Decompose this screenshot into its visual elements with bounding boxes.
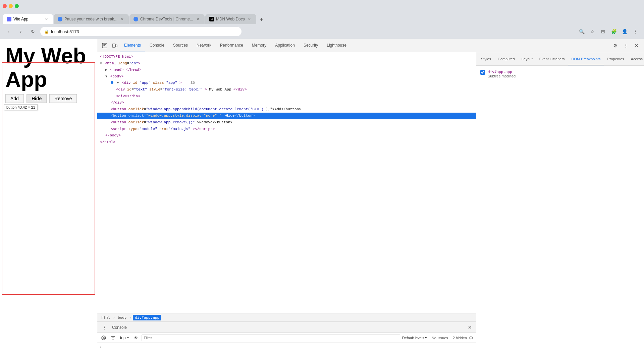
breakpoint-description: Subtree modified [488, 74, 516, 78]
tab-lighthouse[interactable]: Lighthouse [323, 39, 351, 52]
tree-line-div-empty[interactable]: <div></div> [97, 93, 476, 100]
add-button[interactable]: Add [5, 94, 24, 103]
vite-favicon [7, 17, 11, 21]
tree-line-body[interactable]: ▼ <body> [97, 73, 476, 80]
tab-memory[interactable]: Memory [248, 39, 270, 52]
hide-button[interactable]: Hide [26, 94, 47, 103]
tree-line-html[interactable]: ▼ <html lang="en"> [97, 60, 476, 67]
tab-network[interactable]: Network [193, 39, 215, 52]
breadcrumb-div-app[interactable]: div#app.app [133, 315, 161, 320]
reload-button[interactable]: ↻ [28, 27, 38, 36]
console-settings-icon[interactable]: ⚙ [469, 335, 473, 341]
tab-pause-code[interactable]: Pause your code with break... ✕ [54, 14, 129, 24]
title-bar [0, 0, 644, 12]
tab-pause-label: Pause your code with break... [64, 17, 117, 21]
default-levels-dropdown[interactable]: Default levels ▾ [402, 336, 427, 340]
breadcrumb-html[interactable]: html [100, 315, 112, 320]
tab-sources[interactable]: Sources [169, 39, 192, 52]
tab-layout[interactable]: Layout [518, 53, 536, 65]
breakpoint-checkbox[interactable] [480, 70, 485, 75]
inspect-element-icon[interactable] [100, 41, 109, 50]
devtools-content: <!DOCTYPE html> ▼ <html lang="en"> ▶ <he… [97, 52, 644, 362]
no-issues-label: No Issues [429, 336, 451, 340]
remove-button[interactable]: Remove [49, 94, 77, 103]
chrome-favicon-2 [133, 17, 138, 21]
tab-dom-breakpoints[interactable]: DOM Breakpoints [568, 53, 604, 65]
back-button[interactable]: ‹ [4, 27, 13, 36]
tree-line-div-close[interactable]: </div> [97, 100, 476, 106]
devtools-panel: Elements Console Sources Network Perform… [97, 39, 644, 362]
address-input[interactable]: 🔒 localhost:5173 [40, 27, 241, 36]
tab-pause-close[interactable]: ✕ [119, 16, 125, 22]
tree-line-btn-remove[interactable]: <button onclick="window.app.remove();" >… [97, 119, 476, 126]
console-area: ⋮ Console ✕ [97, 322, 476, 362]
console-filter-input[interactable] [142, 335, 400, 341]
devtools-toolbar: Elements Console Sources Network Perform… [97, 39, 644, 52]
maximize-traffic-light[interactable] [15, 4, 19, 8]
tab-security[interactable]: Security [300, 39, 322, 52]
search-icon[interactable]: 🔍 [577, 27, 586, 36]
tab-mdn[interactable]: M MDN Web Docs ✕ [205, 14, 256, 24]
tab-elements[interactable]: Elements [120, 39, 145, 52]
console-eye-icon[interactable]: 👁 [132, 334, 140, 342]
devtools-more-icon[interactable]: ⋮ [621, 41, 631, 50]
breakpoint-dot [111, 81, 113, 84]
webpage-buttons: Add Hide Remove [5, 94, 92, 103]
tab-accessibility[interactable]: Accessibility [628, 53, 644, 65]
tree-line-btn-hide[interactable]: <button onclick="window.app.style.displa… [97, 113, 476, 119]
tab-properties[interactable]: Properties [604, 53, 627, 65]
tab-event-listeners[interactable]: Event Listeners [536, 53, 568, 65]
clear-console-icon[interactable] [100, 334, 107, 342]
tree-line-script[interactable]: <script type="module" src="/main.js" ></… [97, 126, 476, 133]
device-toolbar-icon[interactable] [110, 41, 119, 50]
tree-line-doctype[interactable]: <!DOCTYPE html> [97, 54, 476, 60]
tab-computed[interactable]: Computed [494, 53, 518, 65]
breakpoint-element: div#app.app [488, 70, 516, 74]
browser-window: Vite App ✕ Pause your code with break...… [0, 0, 644, 362]
tree-line-btn-add[interactable]: <button onclick="window.app.appendChild(… [97, 106, 476, 113]
svg-rect-1 [112, 44, 115, 47]
tab-vite-app[interactable]: Vite App ✕ [3, 14, 53, 24]
tab-application[interactable]: Application [271, 39, 299, 52]
tab-mdn-close[interactable]: ✕ [247, 16, 252, 22]
console-close-icon[interactable]: ✕ [467, 324, 473, 331]
html-tree: <!DOCTYPE html> ▼ <html lang="en"> ▶ <he… [97, 52, 476, 313]
tab-devtools-close[interactable]: ✕ [195, 16, 201, 22]
webpage-title: My Web App [5, 44, 92, 92]
tree-line-div-text[interactable]: <div id="text" style="font-size: 50px;" … [97, 86, 476, 93]
tab-mdn-label: MDN Web Docs [216, 17, 245, 21]
mdn-favicon: M [209, 17, 214, 21]
filter-toggle-icon[interactable] [109, 334, 117, 342]
tree-line-head[interactable]: ▶ <head> </head> [97, 67, 476, 73]
console-prompt-arrow: › [100, 344, 101, 349]
more-icon[interactable]: ⋮ [631, 27, 640, 36]
tab-vite-close[interactable]: ✕ [44, 16, 49, 22]
tab-styles[interactable]: Styles [478, 53, 494, 65]
console-more-icon[interactable]: ⋮ [100, 323, 109, 332]
extensions-icon[interactable]: 🧩 [609, 27, 619, 36]
tree-line-div-app[interactable]: ▼ <div id="app" class="app" > == $0 [97, 80, 476, 86]
tab-bar: Vite App ✕ Pause your code with break...… [0, 12, 644, 24]
close-traffic-light[interactable] [3, 4, 7, 8]
tab-chrome-devtools[interactable]: Chrome DevTools | Chrome... ✕ [129, 14, 205, 24]
tab-search-icon[interactable]: ⊞ [598, 27, 608, 36]
profile-icon[interactable]: 👤 [620, 27, 629, 36]
forward-button[interactable]: › [16, 27, 25, 36]
console-top-dropdown[interactable]: top ▾ [119, 336, 130, 340]
breadcrumb-body[interactable]: body [116, 315, 128, 320]
bookmark-icon[interactable]: ☆ [588, 27, 597, 36]
tree-line-html-close[interactable]: </html> [97, 139, 476, 146]
console-top-label: top [120, 336, 126, 340]
devtools-close-icon[interactable]: ✕ [632, 41, 641, 50]
devtools-settings-icon[interactable]: ⚙ [610, 41, 620, 50]
tab-performance[interactable]: Performance [216, 39, 247, 52]
tree-line-body-close[interactable]: </body> [97, 132, 476, 139]
top-dropdown-arrow: ▾ [127, 336, 129, 340]
address-icons: 🔍 ☆ ⊞ 🧩 👤 ⋮ [577, 27, 640, 36]
breakpoint-item: div#app.app Subtree modified [480, 70, 640, 78]
console-prompt[interactable]: › [100, 344, 473, 349]
minimize-traffic-light[interactable] [9, 4, 13, 8]
tab-console[interactable]: Console [146, 39, 168, 52]
devtools-toolbar-icons: ⚙ ⋮ ✕ [610, 41, 641, 50]
new-tab-button[interactable]: + [257, 15, 266, 24]
